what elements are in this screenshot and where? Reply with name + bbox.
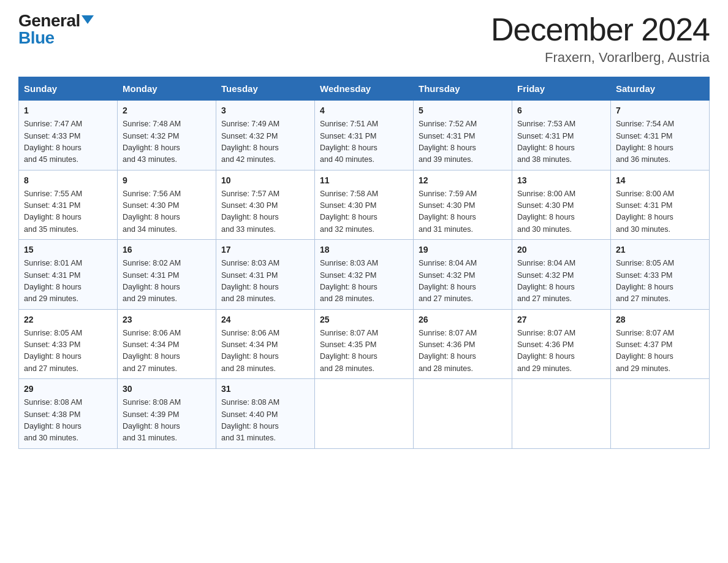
- day-number: 17: [221, 243, 309, 256]
- day-info: Sunrise: 7:49 AMSunset: 4:32 PMDaylight:…: [221, 118, 309, 166]
- day-number: 25: [320, 313, 408, 326]
- calendar-cell: 16Sunrise: 8:02 AMSunset: 4:31 PMDayligh…: [118, 240, 216, 310]
- day-info: Sunrise: 8:00 AMSunset: 4:31 PMDaylight:…: [616, 188, 704, 236]
- day-info: Sunrise: 7:53 AMSunset: 4:31 PMDaylight:…: [517, 118, 605, 166]
- day-info: Sunrise: 8:07 AMSunset: 4:35 PMDaylight:…: [320, 327, 408, 375]
- day-number: 23: [123, 313, 211, 326]
- day-number: 5: [419, 104, 507, 117]
- day-number: 2: [123, 104, 211, 117]
- calendar-cell: 5Sunrise: 7:52 AMSunset: 4:31 PMDaylight…: [414, 101, 512, 170]
- header-sunday: Sunday: [19, 77, 118, 101]
- calendar-cell: 13Sunrise: 8:00 AMSunset: 4:30 PMDayligh…: [512, 170, 611, 240]
- day-number: 27: [517, 313, 605, 326]
- logo-blue-text: Blue: [18, 29, 55, 47]
- day-info: Sunrise: 8:03 AMSunset: 4:32 PMDaylight:…: [320, 258, 408, 305]
- day-number: 31: [221, 383, 309, 396]
- day-info: Sunrise: 7:56 AMSunset: 4:30 PMDaylight:…: [123, 188, 211, 236]
- calendar-cell: 1Sunrise: 7:47 AMSunset: 4:33 PMDaylight…: [19, 101, 118, 170]
- day-info: Sunrise: 7:48 AMSunset: 4:32 PMDaylight:…: [123, 118, 211, 166]
- day-number: 10: [221, 174, 309, 187]
- calendar-cell: 8Sunrise: 7:55 AMSunset: 4:31 PMDaylight…: [19, 170, 118, 240]
- calendar-cell: 24Sunrise: 8:06 AMSunset: 4:34 PMDayligh…: [216, 309, 315, 379]
- day-info: Sunrise: 8:07 AMSunset: 4:36 PMDaylight:…: [419, 327, 507, 375]
- day-info: Sunrise: 8:06 AMSunset: 4:34 PMDaylight:…: [123, 327, 211, 375]
- header-saturday: Saturday: [611, 77, 710, 101]
- calendar-cell: [315, 379, 414, 449]
- calendar-cell: 22Sunrise: 8:05 AMSunset: 4:33 PMDayligh…: [19, 309, 118, 379]
- day-number: 28: [616, 313, 704, 326]
- day-number: 14: [616, 174, 704, 187]
- calendar-cell: 6Sunrise: 7:53 AMSunset: 4:31 PMDaylight…: [512, 101, 611, 170]
- calendar-cell: 15Sunrise: 8:01 AMSunset: 4:31 PMDayligh…: [19, 240, 118, 310]
- calendar-cell: [414, 379, 512, 449]
- day-number: 22: [24, 313, 112, 326]
- calendar-cell: 14Sunrise: 8:00 AMSunset: 4:31 PMDayligh…: [611, 170, 710, 240]
- day-info: Sunrise: 8:08 AMSunset: 4:39 PMDaylight:…: [123, 397, 211, 445]
- calendar-cell: 29Sunrise: 8:08 AMSunset: 4:38 PMDayligh…: [19, 379, 118, 449]
- day-info: Sunrise: 7:51 AMSunset: 4:31 PMDaylight:…: [320, 118, 408, 166]
- day-number: 20: [517, 243, 605, 256]
- logo-general-text: General: [18, 12, 80, 29]
- day-number: 4: [320, 104, 408, 117]
- day-number: 29: [24, 383, 112, 396]
- header-monday: Monday: [118, 77, 216, 101]
- calendar-cell: 18Sunrise: 8:03 AMSunset: 4:32 PMDayligh…: [315, 240, 414, 310]
- calendar-week-row: 8Sunrise: 7:55 AMSunset: 4:31 PMDaylight…: [19, 170, 710, 240]
- calendar-cell: 12Sunrise: 7:59 AMSunset: 4:30 PMDayligh…: [414, 170, 512, 240]
- calendar-cell: 19Sunrise: 8:04 AMSunset: 4:32 PMDayligh…: [414, 240, 512, 310]
- day-number: 3: [221, 104, 309, 117]
- title-block: December 2024 Fraxern, Vorarlberg, Austr…: [491, 12, 710, 66]
- calendar-cell: 23Sunrise: 8:06 AMSunset: 4:34 PMDayligh…: [118, 309, 216, 379]
- header-wednesday: Wednesday: [315, 77, 414, 101]
- day-info: Sunrise: 7:47 AMSunset: 4:33 PMDaylight:…: [24, 118, 112, 166]
- day-number: 21: [616, 243, 704, 256]
- day-info: Sunrise: 8:00 AMSunset: 4:30 PMDaylight:…: [517, 188, 605, 236]
- calendar-cell: 3Sunrise: 7:49 AMSunset: 4:32 PMDaylight…: [216, 101, 315, 170]
- day-info: Sunrise: 8:03 AMSunset: 4:31 PMDaylight:…: [221, 258, 309, 305]
- header-tuesday: Tuesday: [216, 77, 315, 101]
- day-number: 7: [616, 104, 704, 117]
- day-number: 16: [123, 243, 211, 256]
- calendar-cell: 4Sunrise: 7:51 AMSunset: 4:31 PMDaylight…: [315, 101, 414, 170]
- day-info: Sunrise: 8:04 AMSunset: 4:32 PMDaylight:…: [517, 258, 605, 305]
- calendar-cell: 11Sunrise: 7:58 AMSunset: 4:30 PMDayligh…: [315, 170, 414, 240]
- day-number: 19: [419, 243, 507, 256]
- calendar-cell: 26Sunrise: 8:07 AMSunset: 4:36 PMDayligh…: [414, 309, 512, 379]
- calendar-cell: 25Sunrise: 8:07 AMSunset: 4:35 PMDayligh…: [315, 309, 414, 379]
- calendar-cell: 27Sunrise: 8:07 AMSunset: 4:36 PMDayligh…: [512, 309, 611, 379]
- logo: General Blue: [18, 12, 94, 47]
- day-number: 9: [123, 174, 211, 187]
- calendar-cell: 7Sunrise: 7:54 AMSunset: 4:31 PMDaylight…: [611, 101, 710, 170]
- day-number: 1: [24, 104, 112, 117]
- calendar-cell: 2Sunrise: 7:48 AMSunset: 4:32 PMDaylight…: [118, 101, 216, 170]
- calendar-cell: 28Sunrise: 8:07 AMSunset: 4:37 PMDayligh…: [611, 309, 710, 379]
- header-thursday: Thursday: [414, 77, 512, 101]
- calendar-cell: 31Sunrise: 8:08 AMSunset: 4:40 PMDayligh…: [216, 379, 315, 449]
- day-info: Sunrise: 7:59 AMSunset: 4:30 PMDaylight:…: [419, 188, 507, 236]
- calendar-cell: [611, 379, 710, 449]
- day-info: Sunrise: 7:55 AMSunset: 4:31 PMDaylight:…: [24, 188, 112, 236]
- calendar-cell: [512, 379, 611, 449]
- day-number: 13: [517, 174, 605, 187]
- day-number: 12: [419, 174, 507, 187]
- calendar-week-row: 22Sunrise: 8:05 AMSunset: 4:33 PMDayligh…: [19, 309, 710, 379]
- day-info: Sunrise: 7:54 AMSunset: 4:31 PMDaylight:…: [616, 118, 704, 166]
- day-info: Sunrise: 8:05 AMSunset: 4:33 PMDaylight:…: [24, 327, 112, 375]
- calendar-table: SundayMondayTuesdayWednesdayThursdayFrid…: [18, 77, 710, 449]
- day-number: 11: [320, 174, 408, 187]
- day-info: Sunrise: 8:07 AMSunset: 4:37 PMDaylight:…: [616, 327, 704, 375]
- calendar-week-row: 15Sunrise: 8:01 AMSunset: 4:31 PMDayligh…: [19, 240, 710, 310]
- calendar-week-row: 1Sunrise: 7:47 AMSunset: 4:33 PMDaylight…: [19, 101, 710, 170]
- day-info: Sunrise: 7:58 AMSunset: 4:30 PMDaylight:…: [320, 188, 408, 236]
- page-header: General Blue December 2024 Fraxern, Vora…: [18, 12, 710, 66]
- day-info: Sunrise: 8:02 AMSunset: 4:31 PMDaylight:…: [123, 258, 211, 305]
- calendar-header-row: SundayMondayTuesdayWednesdayThursdayFrid…: [19, 77, 710, 101]
- day-number: 26: [419, 313, 507, 326]
- day-info: Sunrise: 8:06 AMSunset: 4:34 PMDaylight:…: [221, 327, 309, 375]
- day-info: Sunrise: 7:57 AMSunset: 4:30 PMDaylight:…: [221, 188, 309, 236]
- day-info: Sunrise: 7:52 AMSunset: 4:31 PMDaylight:…: [419, 118, 507, 166]
- calendar-cell: 9Sunrise: 7:56 AMSunset: 4:30 PMDaylight…: [118, 170, 216, 240]
- calendar-cell: 21Sunrise: 8:05 AMSunset: 4:33 PMDayligh…: [611, 240, 710, 310]
- header-friday: Friday: [512, 77, 611, 101]
- calendar-cell: 17Sunrise: 8:03 AMSunset: 4:31 PMDayligh…: [216, 240, 315, 310]
